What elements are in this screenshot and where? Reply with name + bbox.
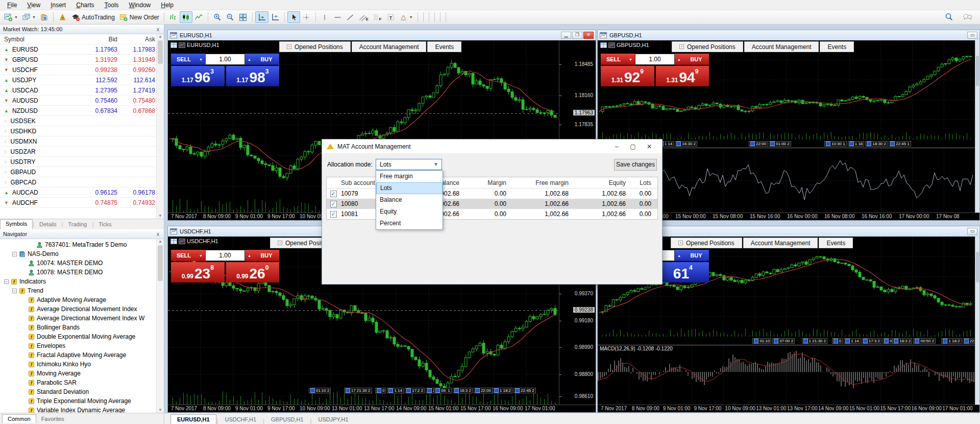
bottom-chart-tab-gbpusd-h1[interactable]: GBPUSD,H1 [265,415,310,424]
market-watch-row-audcad[interactable]: ▲AUDCAD0.961250.96178 [0,187,164,198]
linechart-button[interactable] [192,11,205,23]
buy-button[interactable]: BUY [683,54,709,65]
market-watch-row-gbpaud[interactable]: ○GBPAUD [0,167,164,177]
chart-tab-events[interactable]: Events [819,238,853,248]
navigator-item[interactable]: fAdaptive Moving Average [0,295,164,304]
chart-tab-opened-positions[interactable]: +Opened Positions [672,41,743,52]
volume-decrease-button[interactable]: ▼ [197,250,205,261]
navigator-item[interactable]: −fIndicators [0,277,164,286]
dropdown-option-balance[interactable]: Balance [376,194,443,206]
navigator-scrollbar[interactable]: ▲▼ [156,239,164,413]
navigator-item[interactable]: fEnvelopes [0,341,164,350]
col-ask[interactable]: Ask [117,36,155,43]
zoom-out-button[interactable] [224,11,236,23]
bars-button[interactable] [167,11,180,23]
volume-input[interactable]: 1.00 [205,250,245,261]
navigator-item[interactable]: fFractal Adaptive Moving Average [0,350,164,360]
vline-button[interactable] [318,11,331,23]
volume-input[interactable]: 1.00 [205,54,245,65]
text-tool-button[interactable]: T [384,11,397,23]
menu-window[interactable]: Window [124,1,156,10]
tree-collapse-icon[interactable]: − [4,279,9,284]
symbols-button[interactable]: $ [38,11,51,23]
candles-button[interactable] [180,11,192,23]
dropdown-option-percent[interactable]: Percent [376,218,443,229]
market-watch-row-usdcad[interactable]: ▲USDCAD1.273951.27419 [0,85,164,96]
navigator-item[interactable]: 7637401: MetaTrader 5 Demo [0,240,164,249]
shapes-button[interactable]: ▼ [397,11,415,23]
menu-file[interactable]: File [2,1,22,10]
window-close-icon[interactable]: ✕ [583,32,594,39]
market-watch-row-usdchf[interactable]: ▼USDCHF0.992380.99260 [0,65,164,75]
time-axis[interactable]: 7 Nov 20178 Nov 09:009 Nov 01:009 Nov 17… [598,405,979,412]
navigator-close-icon[interactable]: x [155,231,161,237]
col-bid[interactable]: Bid [77,36,117,43]
navigator-item[interactable]: fVariable Index Dynamic Average [0,406,164,413]
chart-tab-account-management[interactable]: Account Management [352,41,427,52]
tile-windows-button[interactable] [236,11,250,23]
volume-input[interactable]: 1.00 [635,54,675,65]
navigator-tab-common[interactable]: Common [2,414,36,423]
market-watch-close-icon[interactable]: x [155,27,161,32]
chart-scroll-strip[interactable] [975,237,979,405]
market-watch-row-usdtry[interactable]: ○USDTRY [0,157,164,167]
window-minimize-icon[interactable]: ▁ [561,32,571,39]
crosshair-button[interactable] [300,11,313,23]
market-watch-row-usdzar[interactable]: ○USDZAR [0,147,164,157]
navigator-item[interactable]: −NAS-Demo [0,249,164,258]
market-watch-row-audusd[interactable]: ▼AUDUSD0.754600.75480 [0,96,164,106]
hline-button[interactable] [331,11,344,23]
sell-button[interactable]: SELL [601,54,626,65]
autotrading-button[interactable]: AutoTrading [69,11,117,23]
search-icon[interactable] [942,11,955,23]
col-equity[interactable]: Equity [569,179,626,186]
menu-help[interactable]: Help [156,1,179,10]
window-restore-icon[interactable]: ▭ [967,228,977,235]
menu-tools[interactable]: Tools [100,1,124,10]
bottom-chart-tab-usdchf-h1[interactable]: USDCHF,H1 [218,415,262,424]
time-axis[interactable]: 7 Nov 20178 Nov 09:009 Nov 01:009 Nov 17… [168,405,596,412]
volume-increase-button[interactable]: ▲ [675,54,683,65]
col-symbol[interactable]: Symbol [0,36,77,43]
macd-subwindow[interactable] [598,345,975,404]
market-watch-row-usdsek[interactable]: ○USDSEK [0,116,164,126]
chart-mini-icon[interactable] [179,42,185,48]
quotes-panel-icon[interactable] [600,42,607,48]
chart-tab-events[interactable]: Events [427,41,461,52]
navigator-item[interactable]: fAverage Directional Movement Index W [0,314,164,323]
dialog-close-icon[interactable]: ✕ [641,143,657,150]
navigator-item[interactable]: fDouble Exponential Moving Average [0,332,164,341]
expand-icon[interactable]: + [679,44,684,49]
navigator-item[interactable]: fStandard Deviation [0,387,164,396]
channel-button[interactable]: E [357,11,371,23]
chart-tab-account-management[interactable]: Account Management [744,41,819,52]
expand-icon[interactable]: + [278,241,282,245]
chat-icon[interactable] [961,11,975,23]
volume-decrease-button[interactable]: ▼ [626,54,635,65]
chart-tab-events[interactable]: Events [820,41,854,52]
sell-price[interactable]: 0.99238 [171,262,225,282]
menu-insert[interactable]: Insert [45,1,71,10]
buy-price[interactable]: 0.99260 [226,262,280,282]
zoom-in-button[interactable] [211,11,224,23]
chart-mini-icon[interactable] [608,42,615,48]
bottom-chart-tab-eurusd-h1[interactable]: EURUSD,H1 [170,414,216,424]
chart-tab-account-management[interactable]: Account Management [743,238,818,248]
market-watch-row-usdmxn[interactable]: ○USDMXN [0,136,164,147]
navigator-tab-favorites[interactable]: Favorites [36,415,69,423]
dialog-maximize-icon[interactable]: ▢ [625,143,641,150]
chart-window-titlebar[interactable]: EURUSD,H1▁❐✕ [168,30,596,40]
navigator-item[interactable]: fTriple Exponential Moving Average [0,396,164,406]
market-watch-row-gbpusd[interactable]: ▼GBPUSD1.319291.31949 [0,55,164,65]
market-watch-row-audchf[interactable]: ▼AUDCHF0.748750.74932 [0,198,164,208]
market-watch-row-gbpcad[interactable]: ○GBPCAD [0,177,164,187]
sell-price[interactable]: 1.17963 [171,66,225,86]
market-watch-scrollbar[interactable]: ▲▼ [156,34,164,219]
navigator-item[interactable]: fIchimoku Kinko Hyo [0,360,164,369]
navigator-item[interactable]: 10078: MASTER DEMO [0,268,164,277]
tree-collapse-icon[interactable]: − [12,252,17,256]
buy-button[interactable]: BUY [254,250,279,261]
navigator-item[interactable]: fBollinger Bands [0,323,164,332]
buy-price[interactable]: 1.17983 [226,66,280,86]
dropdown-option-equity[interactable]: Equity [376,206,443,218]
